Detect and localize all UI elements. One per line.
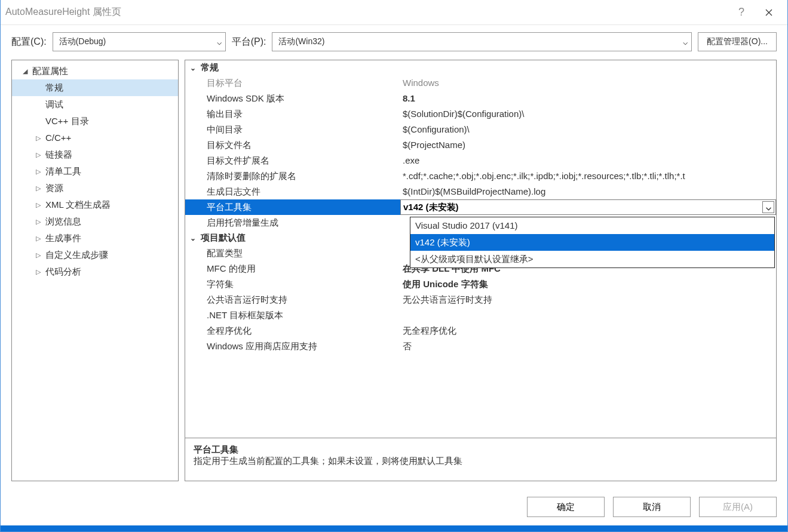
property-name: 目标平台 <box>185 75 400 91</box>
config-combo[interactable]: 活动(Debug) ⌵ <box>53 32 226 51</box>
chevron-down-icon: ⌵ <box>217 37 222 47</box>
property-value[interactable]: $(SolutionDir)$(Configuration)\ <box>400 106 776 122</box>
tree-item[interactable]: VC++ 目录 <box>12 113 178 130</box>
config-value: 活动(Debug) <box>59 36 106 47</box>
titlebar: AutoMeasureHeight 属性页 ? <box>1 0 787 25</box>
bottom-bar <box>1 525 787 531</box>
toolbar: 配置(C): 活动(Debug) ⌵ 平台(P): 活动(Win32) ⌵ 配置… <box>1 25 787 60</box>
caret-right-icon: ▷ <box>36 131 43 145</box>
property-value[interactable]: $(Configuration)\ <box>400 122 776 137</box>
tree-item[interactable]: ▷XML 文档生成器 <box>12 196 178 213</box>
tree-item[interactable]: ▷C/C++ <box>12 130 178 146</box>
property-row[interactable]: 目标平台Windows <box>185 75 776 91</box>
property-row[interactable]: 目标文件名$(ProjectName) <box>185 137 776 153</box>
caret-right-icon: ▷ <box>36 181 43 195</box>
help-title: 平台工具集 <box>194 444 768 456</box>
property-row[interactable]: 目标文件扩展名.exe <box>185 153 776 168</box>
property-name: Windows SDK 版本 <box>185 91 400 106</box>
config-label: 配置(C): <box>11 36 47 48</box>
property-row[interactable]: 字符集使用 Unicode 字符集 <box>185 276 776 292</box>
property-name: .NET 目标框架版本 <box>185 307 400 323</box>
property-row[interactable]: 生成日志文件$(IntDir)$(MSBuildProjectName).log <box>185 184 776 199</box>
property-name: 目标文件扩展名 <box>185 153 400 168</box>
property-value[interactable]: 否 <box>400 339 776 354</box>
property-row[interactable]: 公共语言运行时支持无公共语言运行时支持 <box>185 292 776 307</box>
section-header[interactable]: ⌄常规 <box>185 60 776 75</box>
caret-right-icon: ▷ <box>36 147 43 162</box>
caret-right-icon: ▷ <box>36 164 43 179</box>
platform-value: 活动(Win32) <box>278 36 324 47</box>
property-row[interactable]: 全程序优化无全程序优化 <box>185 323 776 339</box>
tree-item[interactable]: 常规 <box>12 79 178 96</box>
caret-down-icon: ◢ <box>23 64 30 78</box>
property-name: MFC 的使用 <box>185 261 400 276</box>
caret-down-icon: ⌄ <box>190 64 196 72</box>
tree-item[interactable]: ▷代码分析 <box>12 263 178 280</box>
property-grid[interactable]: ⌄常规目标平台WindowsWindows SDK 版本8.1输出目录$(Sol… <box>185 60 777 438</box>
dialog-footer: 确定 取消 应用(A) <box>1 488 787 525</box>
apply-button[interactable]: 应用(A) <box>699 497 777 517</box>
property-name: 生成日志文件 <box>185 184 400 199</box>
property-value[interactable]: .exe <box>400 153 776 168</box>
property-name: 启用托管增量生成 <box>185 215 400 230</box>
dropdown-option[interactable]: v142 (未安装) <box>410 234 774 251</box>
config-manager-button[interactable]: 配置管理器(O)... <box>698 32 777 51</box>
dropdown-option[interactable]: <从父级或项目默认设置继承> <box>410 251 774 267</box>
window-title: AutoMeasureHeight 属性页 <box>5 6 121 19</box>
property-name: 字符集 <box>185 276 400 292</box>
tree-item[interactable]: ▷浏览信息 <box>12 213 178 230</box>
property-row[interactable]: Windows SDK 版本8.1 <box>185 91 776 106</box>
property-row[interactable]: 平台工具集v142 (未安装)⌵ <box>185 199 776 215</box>
property-name: Windows 应用商店应用支持 <box>185 339 400 354</box>
property-name: 清除时要删除的扩展名 <box>185 168 400 184</box>
property-name: 公共语言运行时支持 <box>185 292 400 307</box>
tree-item[interactable]: ▷链接器 <box>12 146 178 163</box>
property-row[interactable]: 中间目录$(Configuration)\ <box>185 122 776 137</box>
tree-item[interactable]: 调试 <box>12 96 178 113</box>
property-row[interactable]: 清除时要删除的扩展名*.cdf;*.cache;*.obj;*.obj.enc;… <box>185 168 776 184</box>
chevron-down-icon[interactable]: ⌵ <box>762 201 774 213</box>
caret-right-icon: ▷ <box>36 265 43 279</box>
property-name: 输出目录 <box>185 106 400 122</box>
caret-right-icon: ▷ <box>36 214 43 229</box>
dropdown-option[interactable]: Visual Studio 2017 (v141) <box>410 217 774 234</box>
property-row[interactable]: 输出目录$(SolutionDir)$(Configuration)\ <box>185 106 776 122</box>
caret-right-icon: ▷ <box>36 248 43 262</box>
property-value[interactable]: $(IntDir)$(MSBuildProjectName).log <box>400 184 776 199</box>
caret-right-icon: ▷ <box>36 231 43 245</box>
config-tree[interactable]: ◢配置属性常规调试VC++ 目录▷C/C++▷链接器▷清单工具▷资源▷XML 文… <box>11 60 179 481</box>
property-value[interactable]: *.cdf;*.cache;*.obj;*.obj.enc;*.ilk;*.ip… <box>400 168 776 184</box>
property-row[interactable]: .NET 目标框架版本 <box>185 307 776 323</box>
caret-down-icon: ⌄ <box>190 234 196 242</box>
property-name: 平台工具集 <box>185 199 400 215</box>
property-value[interactable]: $(ProjectName) <box>400 137 776 153</box>
platform-label: 平台(P): <box>232 36 266 48</box>
tree-item[interactable]: ▷自定义生成步骤 <box>12 247 178 263</box>
tree-item[interactable]: ▷清单工具 <box>12 163 178 180</box>
property-name: 中间目录 <box>185 122 400 137</box>
property-value[interactable]: 8.1 <box>400 91 776 106</box>
tree-item[interactable]: ▷资源 <box>12 180 178 196</box>
property-value[interactable]: 无全程序优化 <box>400 323 776 339</box>
chevron-down-icon: ⌵ <box>683 37 688 47</box>
close-icon[interactable] <box>755 3 783 22</box>
property-row[interactable]: Windows 应用商店应用支持否 <box>185 339 776 354</box>
help-icon[interactable]: ? <box>728 3 755 22</box>
property-value[interactable]: v142 (未安装)⌵ <box>400 199 776 215</box>
help-desc: 指定用于生成当前配置的工具集；如果未设置，则将使用默认工具集 <box>194 456 768 467</box>
ok-button[interactable]: 确定 <box>527 497 605 517</box>
caret-right-icon: ▷ <box>36 198 43 212</box>
property-value[interactable]: 使用 Unicode 字符集 <box>400 276 776 292</box>
property-value[interactable]: Windows <box>400 75 776 91</box>
help-pane: 平台工具集 指定用于生成当前配置的工具集；如果未设置，则将使用默认工具集 <box>185 438 777 481</box>
tree-root[interactable]: ◢配置属性 <box>12 63 178 79</box>
platform-toolset-dropdown[interactable]: Visual Studio 2017 (v141)v142 (未安装)<从父级或… <box>410 217 775 268</box>
cancel-button[interactable]: 取消 <box>613 497 691 517</box>
property-name: 配置类型 <box>185 245 400 261</box>
platform-combo[interactable]: 活动(Win32) ⌵ <box>272 32 692 51</box>
tree-item[interactable]: ▷生成事件 <box>12 230 178 247</box>
property-page-window: AutoMeasureHeight 属性页 ? 配置(C): 活动(Debug)… <box>0 0 788 532</box>
property-name: 全程序优化 <box>185 323 400 339</box>
property-name: 目标文件名 <box>185 137 400 153</box>
property-value[interactable]: 无公共语言运行时支持 <box>400 292 776 307</box>
